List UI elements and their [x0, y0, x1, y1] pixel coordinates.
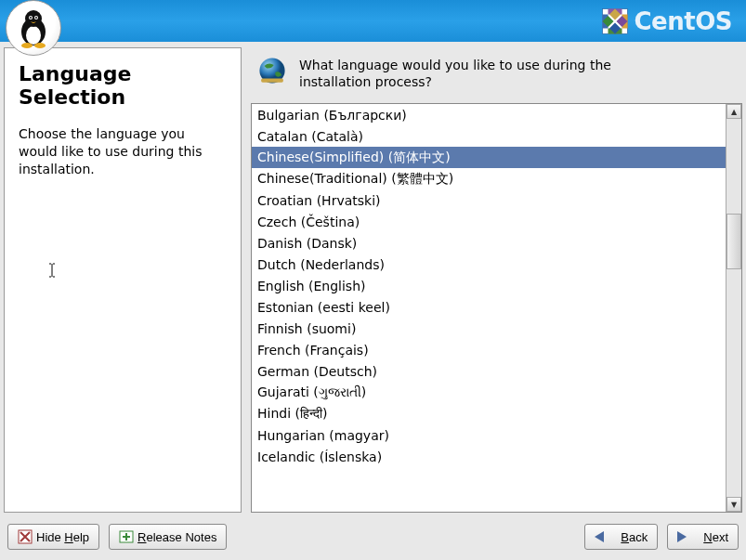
scroll-track[interactable] — [726, 119, 741, 497]
language-option[interactable]: Chinese(Traditional) (繁體中文) — [252, 168, 726, 189]
next-button[interactable]: Next — [667, 524, 739, 550]
language-option[interactable]: Catalan (Català) — [252, 125, 726, 147]
help-pane: Language Selection Choose the language y… — [4, 47, 242, 513]
centos-logo-icon — [601, 7, 629, 35]
next-arrow-icon — [677, 531, 687, 542]
language-option[interactable]: Czech (Čeština) — [252, 211, 726, 232]
language-option[interactable]: Hindi (हिन्दी) — [252, 403, 726, 424]
language-option[interactable]: Bulgarian (Български) — [252, 104, 726, 125]
page-title: Language Selection — [19, 62, 227, 109]
language-option[interactable]: Finnish (suomi) — [252, 318, 726, 339]
language-option[interactable]: Croatian (Hrvatski) — [252, 189, 726, 211]
svg-point-10 — [30, 17, 32, 19]
penguin-badge — [6, 0, 61, 56]
language-option[interactable]: French (Français) — [252, 339, 726, 360]
language-option[interactable]: Chinese(Simplified) (简体中文) — [252, 147, 726, 168]
globe-icon — [256, 55, 288, 86]
scroll-down-button[interactable]: ▼ — [726, 497, 741, 512]
brand-name: CentOS — [635, 7, 732, 35]
svg-rect-15 — [261, 79, 283, 83]
svg-point-11 — [35, 17, 37, 19]
installer-header: CentOS — [0, 0, 746, 42]
prompt-row: What language would you like to use duri… — [251, 47, 742, 103]
brand: CentOS — [601, 7, 732, 35]
main-pane: What language would you like to use duri… — [251, 47, 742, 513]
back-button[interactable]: Back — [584, 524, 658, 550]
back-arrow-icon — [595, 531, 604, 542]
svg-point-6 — [26, 26, 41, 45]
svg-point-7 — [25, 10, 42, 27]
language-option[interactable]: Danish (Dansk) — [252, 232, 726, 254]
language-option[interactable]: Dutch (Nederlands) — [252, 254, 726, 275]
release-notes-icon — [119, 529, 134, 544]
prompt-text: What language would you like to use duri… — [299, 55, 624, 90]
hide-help-button[interactable]: Hide Help — [7, 524, 99, 550]
svg-point-12 — [21, 43, 33, 48]
hide-help-icon — [18, 529, 33, 544]
content-row: Language Selection Choose the language y… — [0, 42, 746, 518]
scrollbar[interactable]: ▲ ▼ — [726, 104, 741, 512]
release-notes-button[interactable]: Release Notes — [109, 524, 227, 550]
language-option[interactable]: Gujarati (ગુજરાતી) — [252, 382, 726, 403]
penguin-icon — [15, 7, 52, 48]
language-option[interactable]: English (English) — [252, 275, 726, 296]
language-option[interactable]: Estonian (eesti keel) — [252, 296, 726, 318]
language-option[interactable]: Hungarian (magyar) — [252, 424, 726, 446]
footer-bar: Hide Help Release Notes Back Next — [0, 518, 746, 555]
help-body: Choose the language you would like to us… — [19, 125, 227, 178]
scroll-thumb[interactable] — [726, 214, 741, 269]
language-list[interactable]: Bulgarian (Български)Catalan (Català)Chi… — [252, 104, 726, 512]
language-option[interactable]: Icelandic (Íslenska) — [252, 446, 726, 467]
scroll-up-button[interactable]: ▲ — [726, 104, 741, 119]
language-option[interactable]: German (Deutsch) — [252, 360, 726, 382]
language-list-frame: Bulgarian (Български)Catalan (Català)Chi… — [251, 103, 742, 513]
svg-point-13 — [34, 43, 46, 48]
